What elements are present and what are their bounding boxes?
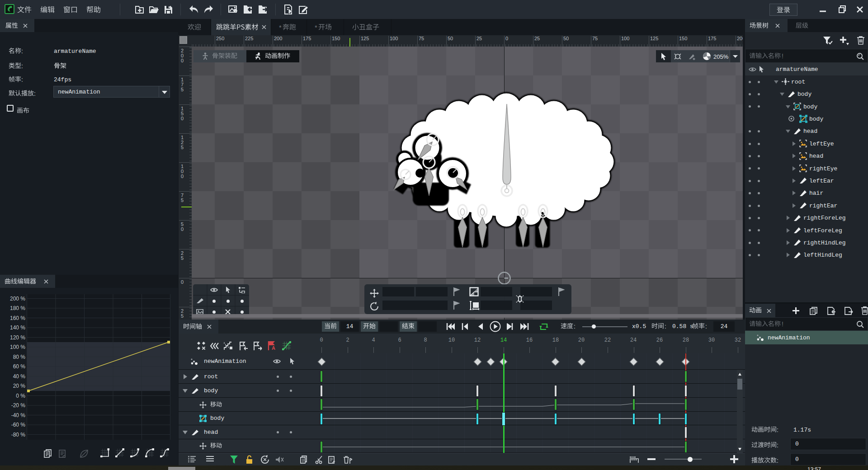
svg-text:A: A <box>272 345 275 351</box>
